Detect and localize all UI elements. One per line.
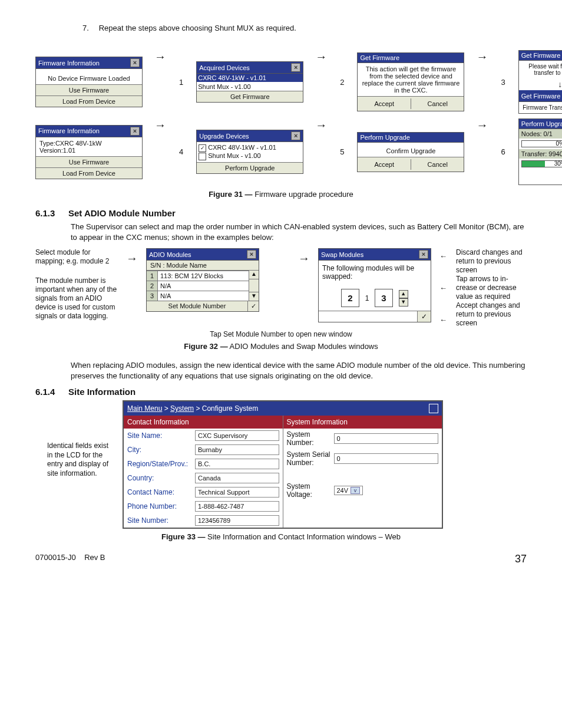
breadcrumb-main-menu[interactable]: Main Menu	[127, 404, 162, 413]
accept-icon[interactable]: ✓	[417, 311, 431, 322]
step-number: 7.	[82, 24, 97, 32]
column-header-contact: Contact Information	[124, 416, 283, 429]
page-number: 37	[515, 553, 527, 565]
panel-title: Perform Upgrade	[521, 120, 562, 127]
panel-firmware-info-2: Firmware Information× Type:CXRC 48V-1kW …	[35, 125, 143, 179]
adio-row-1[interactable]: 113: BCM 12V Blocks	[158, 271, 249, 281]
set-module-number-button[interactable]: Set Module Number	[147, 301, 247, 311]
step-label-4: 4	[178, 147, 184, 156]
load-from-device-button[interactable]: Load From Device	[36, 167, 142, 179]
label-site-number: Site Number:	[127, 516, 195, 525]
arrow-left-icon: ←	[439, 252, 448, 261]
close-icon[interactable]: ×	[291, 63, 300, 72]
confirm-icon[interactable]: ✓	[247, 301, 259, 311]
panel-title: Get Firmware	[360, 54, 399, 61]
arrow-down-icon: ↓	[519, 78, 562, 90]
system-information-column: System Information System Number:0 Syste…	[283, 416, 442, 528]
device-item-selected[interactable]: CXRC 48V-1kW - v1.01	[197, 74, 303, 82]
page-footer: 0700015-J0 Rev B 37	[35, 553, 527, 565]
accept-button[interactable]: Accept	[358, 159, 411, 170]
cancel-button[interactable]: Cancel	[411, 159, 464, 170]
panel-firmware-info-1: Firmware Information× No Device Firmware…	[35, 57, 143, 107]
close-icon[interactable]: ×	[130, 127, 140, 136]
panel-upgrade-devices: Upgrade Devices× ✓CXRC 48V-1kW - v1.01 S…	[196, 130, 303, 173]
input-country[interactable]: Canada	[195, 473, 279, 483]
breadcrumb: Main Menu > System > Configure System	[127, 404, 258, 413]
adio-row-3[interactable]: N/A	[158, 291, 249, 301]
panel-upgrade-progress: Perform Upgrade Nodes: 0/1 0% Transfer: …	[518, 118, 562, 185]
annotation-accept: Accept changes and return to previ­ous s…	[456, 301, 527, 328]
scroll-up-icon[interactable]: ▲	[249, 271, 259, 279]
device-checkbox-1[interactable]: ✓CXRC 48V-1kW - v1.01	[199, 144, 301, 152]
panel-title: ADIO Modules	[149, 251, 191, 258]
chevron-down-icon[interactable]: v	[351, 487, 360, 494]
perform-upgrade-button[interactable]: Perform Upgrade	[197, 162, 303, 173]
confirm-text: Confirm Upgrade	[358, 143, 464, 157]
firmware-type: Type:CXRC 48V-1kW	[39, 140, 138, 147]
panel-get-firmware-confirm: Get Firmware This action will get the fi…	[357, 52, 464, 111]
close-icon[interactable]: ×	[291, 131, 300, 140]
section-6-1-3-body: The Supervisor can select and map the or…	[71, 222, 527, 242]
get-firmware-button[interactable]: Get Firmware	[197, 91, 303, 102]
close-icon[interactable]: ×	[419, 250, 428, 259]
spinner-down-icon[interactable]: ▼	[399, 298, 408, 307]
swap-value-mid: 1	[365, 294, 369, 302]
adio-row-2[interactable]: N/A	[158, 281, 249, 291]
arrow-right-icon: →	[315, 50, 327, 114]
step-text: Repeat the steps above choosing Shunt MU…	[99, 24, 296, 32]
input-serial-number[interactable]: 0	[334, 453, 439, 464]
load-from-device-button[interactable]: Load From Device	[36, 95, 142, 107]
accept-button[interactable]: Accept	[358, 98, 411, 109]
scrollbar[interactable]: ▲ ▼	[249, 271, 259, 301]
select-system-voltage[interactable]: 24Vv	[334, 486, 363, 495]
breadcrumb-configure: Configure System	[202, 404, 258, 413]
use-firmware-button[interactable]: Use Firmware	[36, 84, 142, 95]
figure-32-under-caption: Tap Set Module Number to open new window	[35, 330, 527, 338]
scroll-down-icon[interactable]: ▼	[249, 292, 259, 301]
panel-perform-upgrade-confirm: Perform Upgrade Confirm Upgrade Accept C…	[357, 132, 464, 172]
save-icon[interactable]	[429, 404, 438, 413]
breadcrumb-system[interactable]: System	[170, 404, 194, 413]
arrow-right-icon: →	[315, 118, 327, 185]
figure-33-caption: Figure 33 — Site Information and Contact…	[35, 532, 527, 541]
cancel-button[interactable]: Cancel	[411, 98, 464, 109]
arrow-left-icon: ←	[439, 315, 448, 324]
figure-31-row-2: Firmware Information× Type:CXRC 48V-1kW …	[35, 118, 527, 185]
transfer-complete-text: Firmware Transfer Complete	[519, 102, 562, 113]
close-icon[interactable]: ×	[247, 250, 256, 259]
section-6-1-3-body-2: When replacing ADIO modules, assign the …	[71, 360, 527, 381]
section-6-1-3-heading: 6.1.3Set ADIO Module Number	[35, 208, 527, 218]
panel-acquired-devices: Acquired Devices× CXRC 48V-1kW - v1.01 S…	[196, 61, 303, 103]
spinner-up-icon[interactable]: ▲	[399, 290, 408, 298]
panel-title: Upgrade Devices	[199, 133, 249, 140]
panel-title: Acquired Devices	[199, 64, 250, 71]
label-site-name: Site Name:	[127, 431, 195, 440]
input-phone[interactable]: 1-888-462-7487	[195, 501, 279, 512]
step-label-6: 6	[500, 147, 506, 156]
input-city[interactable]: Burnaby	[195, 444, 279, 455]
step-7: 7. Repeat the steps above choosing Shunt…	[82, 24, 527, 32]
use-firmware-button[interactable]: Use Firmware	[36, 156, 142, 167]
label-serial-number: System Serial Number:	[287, 450, 334, 467]
device-checkbox-2[interactable]: Shunt Mux - v1.00	[199, 152, 301, 160]
input-system-number[interactable]: 0	[334, 433, 439, 444]
label-city: City:	[127, 446, 195, 454]
panel-title: Perform Upgrade	[360, 134, 409, 141]
doc-number: 0700015-J0	[35, 553, 76, 562]
nodes-text: Nodes: 0/1	[519, 129, 562, 139]
close-icon[interactable]: ×	[130, 58, 140, 67]
revision: Rev B	[84, 553, 105, 562]
figure-31-caption: Figure 31 — Firmware upgrade procedure	[35, 190, 527, 199]
figure-31-row-1: Firmware Information× No Device Firmware…	[35, 50, 527, 114]
swap-value-left: 2	[341, 289, 359, 307]
swap-body-text: The following modules will be swapped:	[322, 264, 427, 281]
device-item[interactable]: Shunt Mux - v1.00	[197, 83, 303, 91]
input-region[interactable]: B.C.	[195, 459, 279, 469]
input-site-name[interactable]: CXC Supervisory	[195, 430, 279, 441]
input-contact-name[interactable]: Technical Support	[195, 487, 279, 498]
input-site-number[interactable]: 123456789	[195, 515, 279, 526]
transfer-text: Transfer: 9940/32768	[519, 149, 562, 159]
spinner[interactable]: ▲▼	[399, 290, 408, 307]
adio-header: S/N : Module Name	[147, 261, 259, 271]
arrow-right-icon: →	[476, 50, 488, 114]
